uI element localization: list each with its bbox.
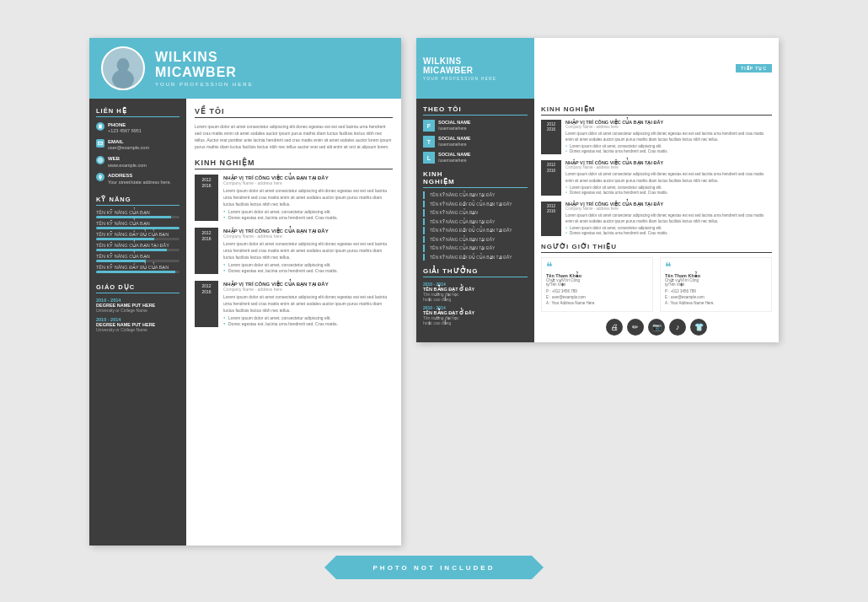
bullet: Donec egestas est, lacinia urna hendreri… xyxy=(223,321,393,326)
social-t-text: SOCIAL NAME/usernamehere xyxy=(438,136,470,148)
web-icon xyxy=(96,156,104,164)
icon-edit: ✏ xyxy=(627,319,644,336)
nguoi-gioi-thieu-title: NGƯỜI GIỚI THIỆU xyxy=(541,243,772,253)
left-name: WILKINSMICAWBER xyxy=(155,50,254,79)
ref-grid: ❝ Tên Tham Khảo Chức vụ/Vị trí Côngty/Tê… xyxy=(541,257,772,311)
footer-text: PHOTO NOT INCLUDED xyxy=(373,564,496,572)
rm-bullet: Lorem ipsum dolor sit amet, consectetur … xyxy=(565,185,772,190)
resume-right: WILKINSMICAWBER YOUR PROFESSION HERE THE… xyxy=(416,38,779,342)
footer-banner: PHOTO NOT INCLUDED xyxy=(324,556,544,579)
linkedin-icon: L xyxy=(423,152,435,164)
icon-music: ♪ xyxy=(669,319,686,336)
exp-content-2: NHẬP VỊ TRÍ CÔNG VIỆC CỦA BẠN TẠI ĐÂY Co… xyxy=(223,228,393,274)
kinh-nghiem-title: KINH NGHIỆM xyxy=(195,159,393,169)
address-icon xyxy=(96,173,104,181)
right-sidebar: WILKINSMICAWBER YOUR PROFESSION HERE THE… xyxy=(416,38,534,342)
rm-bullet: Lorem ipsum dolor sit amet, consectetur … xyxy=(565,226,772,230)
ve-toi-title: VỀ TÔI xyxy=(195,107,393,118)
icon-print: 🖨 xyxy=(606,319,623,336)
icon-shirt: 👕 xyxy=(690,319,707,336)
email-icon xyxy=(96,139,104,148)
giai-thuong-title: GIẢI THƯỞNG xyxy=(423,267,528,277)
kinh-nghiem-section: KINH NGHIỆM 20122016 NHẬP VỊ TRÍ CÔNG VI… xyxy=(195,159,393,327)
bullet: Donec egestas est, lacinia urna hendreri… xyxy=(223,215,393,220)
icon-camera: 📷 xyxy=(648,319,665,336)
right-main-header: TIẾP TỤC xyxy=(534,38,779,99)
right-main-body: KINH NGHIỆM 20122016 NHẬP VỊ TRÍ CÔNG VI… xyxy=(534,99,779,342)
left-name-block: WILKINSMICAWBER YOUR PROFESSION HERE xyxy=(155,50,254,86)
edu-1: 2010 - 2014 DEGREE NAME PUT HERE Univers… xyxy=(96,298,179,313)
edu-2: 2010 - 2014 DEGREE NAME PUT HERE Univers… xyxy=(96,317,179,332)
bottom-icons-row: 🖨 ✏ 📷 ♪ 👕 xyxy=(541,319,772,336)
rm-content-3: NHẬP VỊ TRÍ CÔNG VIỆC CỦA BẠN TẠI ĐÂY Co… xyxy=(565,202,772,236)
footer-area: PHOTO NOT INCLUDED xyxy=(324,556,544,579)
main-wrapper: WILKINSMICAWBER YOUR PROFESSION HERE LIÊ… xyxy=(72,23,796,554)
exp-year-2: 20122016 xyxy=(195,228,218,274)
bullet: Donec egestas est, lacinia urna hendreri… xyxy=(223,268,393,273)
skill-5: TÊN KỸ NĂNG CỦA BẠN xyxy=(96,254,179,262)
skill-6: TÊN KỸ NĂNG ĐẦY ĐỦ CỦA BẠN xyxy=(96,265,179,273)
phone-text: PHONE+123 4567 8951 xyxy=(108,121,142,135)
exp-item-1: 20122016 NHẬP VỊ TRÍ CÔNG VIỆC CỦA BẠN T… xyxy=(195,175,393,221)
rs-kinh-section: KINHNGHIỆM TÊN KỸ NĂNG CỦA BẠN TẠI ĐÂY T… xyxy=(423,170,528,261)
right-sidebar-body: THEO TÔI F SOCIAL NAME/usernamehere T SO… xyxy=(416,99,534,336)
email-text: EMAILuser@example.com xyxy=(108,138,149,152)
svg-point-2 xyxy=(112,70,134,89)
social-f: F SOCIAL NAME/usernamehere xyxy=(423,120,528,132)
avatar xyxy=(101,46,145,90)
resume-left: WILKINSMICAWBER YOUR PROFESSION HERE LIÊ… xyxy=(89,38,401,546)
exp-item-2: 20122016 NHẬP VỊ TRÍ CÔNG VIỆC CỦA BẠN T… xyxy=(195,228,393,274)
facebook-icon: F xyxy=(423,120,435,132)
rm-bullet: Lorem ipsum dolor sit amet, consectetur … xyxy=(565,144,772,148)
social-l-text: SOCIAL NAME/usernamehere xyxy=(438,152,470,164)
right-profession: YOUR PROFESSION HERE xyxy=(423,77,528,81)
tiep-tuc-badge: TIẾP TỤC xyxy=(736,64,772,73)
social-f-text: SOCIAL NAME/usernamehere xyxy=(438,120,470,132)
address-text: ADDRESSYour street/state address here. xyxy=(108,172,171,185)
skill-4: TÊN KỸ NĂNG CỦA BẠN TẠI ĐÂY xyxy=(96,243,179,251)
phone-item: PHONE+123 4567 8951 xyxy=(96,121,179,135)
ref-card-2: ❝ Tên Tham Khảo Chức vụ/Vị trí Côngty/Tê… xyxy=(660,257,772,311)
quote-icon-2: ❝ xyxy=(665,262,767,271)
award-2: 2010 - 2014 TÊN BẰNG ĐẠT Ở ĐÂY Tên trườn… xyxy=(423,305,528,325)
theo-toi-section: THEO TÔI F SOCIAL NAME/usernamehere T SO… xyxy=(423,105,528,164)
twitter-icon: T xyxy=(423,136,435,148)
web-text: WEBwww.example.com xyxy=(108,155,147,169)
lien-he-title: LIÊN HỆ xyxy=(96,107,179,117)
web-item: WEBwww.example.com xyxy=(96,155,179,169)
right-name: WILKINSMICAWBER xyxy=(423,56,528,75)
left-sidebar: LIÊN HỆ PHONE+123 4567 8951 xyxy=(89,99,186,546)
lien-he-section: LIÊN HỆ PHONE+123 4567 8951 xyxy=(96,107,179,185)
rm-bullet: Donec egestas est, lacinia urna hendreri… xyxy=(565,231,772,235)
email-item: EMAILuser@example.com xyxy=(96,138,179,152)
phone-icon xyxy=(96,122,104,131)
ve-toi-section: VỀ TÔI Lorem ipsum dolor sit amet consec… xyxy=(195,107,393,150)
rm-exp-1: 20122016 NHẬP VỊ TRÍ CÔNG VIỆC CỦA BẠN T… xyxy=(541,120,772,154)
exp-item-3: 20122016 NHẬP VỊ TRÍ CÔNG VIỆC CỦA BẠN T… xyxy=(195,281,393,327)
rm-kinh-nghiem-title: KINH NGHIỆM xyxy=(541,105,772,116)
skill-3: TÊN KỸ NĂNG ĐẦY ĐỦ CỦA BẠN xyxy=(96,232,179,240)
rm-exp-2: 20122016 NHẬP VỊ TRÍ CÔNG VIỆC CỦA BẠN T… xyxy=(541,160,772,195)
exp-content-1: NHẬP VỊ TRÍ CÔNG VIỆC CỦA BẠN TẠI ĐÂY Co… xyxy=(223,175,393,221)
left-header: WILKINSMICAWBER YOUR PROFESSION HERE xyxy=(89,38,401,99)
left-body: LIÊN HỆ PHONE+123 4567 8951 xyxy=(89,99,401,546)
ref-card-1: ❝ Tên Tham Khảo Chức vụ/Vị trí Côngty/Tê… xyxy=(541,257,653,311)
skill-2: TÊN KỸ NĂNG CỦA BẠN xyxy=(96,221,179,229)
exp-year-3: 20122016 xyxy=(195,281,218,327)
rm-content-2: NHẬP VỊ TRÍ CÔNG VIỆC CỦA BẠN TẠI ĐÂY Co… xyxy=(565,160,772,195)
ky-nang-section: KỸ NĂNG TÊN KỸ NĂNG CỦA BẠN TÊN KỸ NĂNG … xyxy=(96,196,179,273)
giao-duc-section: GIÁO DỤC 2010 - 2014 DEGREE NAME PUT HER… xyxy=(96,283,179,332)
rm-content-1: NHẬP VỊ TRÍ CÔNG VIỆC CỦA BẠN TẠI ĐÂY Co… xyxy=(565,120,772,154)
social-t: T SOCIAL NAME/usernamehere xyxy=(423,136,528,148)
nguoi-gioi-thieu-section: NGƯỜI GIỚI THIỆU ❝ Tên Tham Khảo Chức vụ… xyxy=(541,243,772,335)
bullet: Lorem ipsum dolor sit amet, consectetur … xyxy=(223,262,393,267)
social-l: L SOCIAL NAME/usernamehere xyxy=(423,152,528,164)
quote-icon-1: ❝ xyxy=(546,262,648,271)
address-item: ADDRESSYour street/state address here. xyxy=(96,172,179,185)
exp-year-1: 20122016 xyxy=(195,175,218,221)
rm-bullet: Donec egestas est, lacinia urna hendreri… xyxy=(565,149,772,153)
right-dark-header: WILKINSMICAWBER YOUR PROFESSION HERE xyxy=(416,38,534,99)
bullet: Lorem ipsum dolor sit amet, consectetur … xyxy=(223,315,393,320)
rm-year-2: 20122016 xyxy=(541,160,561,195)
giao-duc-title: GIÁO DỤC xyxy=(96,283,179,293)
